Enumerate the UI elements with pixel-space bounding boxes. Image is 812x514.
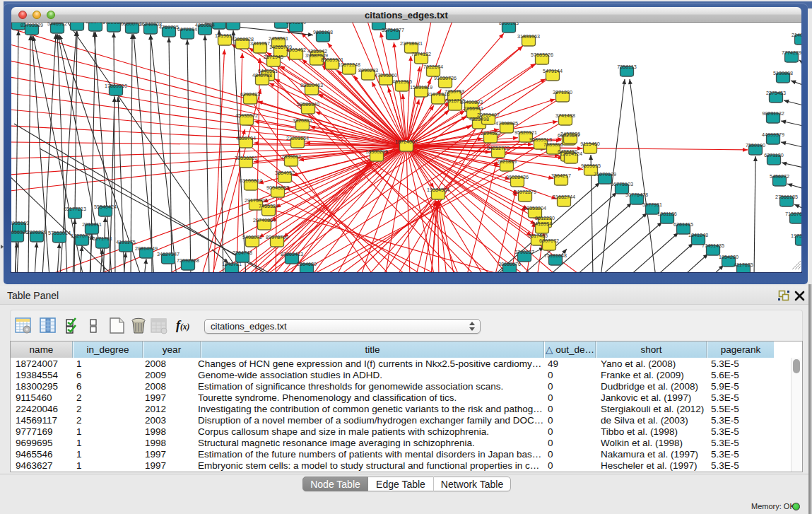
svg-text:2694522: 2694522 (481, 130, 500, 136)
svg-text:44999379: 44999379 (762, 132, 784, 138)
svg-text:20709497: 20709497 (477, 112, 500, 118)
svg-text:3790237: 3790237 (514, 249, 534, 255)
svg-text:84252722: 84252722 (487, 145, 510, 151)
svg-text:4612365: 4612365 (392, 78, 412, 85)
svg-text:7089806: 7089806 (543, 141, 563, 148)
svg-text:9626108: 9626108 (313, 29, 333, 35)
svg-text:89978790: 89978790 (266, 234, 288, 240)
svg-text:6292423: 6292423 (240, 91, 260, 98)
svg-text:72092888: 72092888 (177, 257, 199, 264)
svg-text:10872248: 10872248 (338, 62, 360, 68)
svg-text:17869910: 17869910 (105, 83, 127, 89)
svg-text:5446912: 5446912 (47, 23, 67, 27)
svg-text:38754377: 38754377 (382, 27, 404, 33)
svg-text:2839607: 2839607 (281, 153, 301, 160)
svg-text:47308985: 47308985 (495, 120, 518, 127)
svg-text:31682744: 31682744 (553, 194, 575, 200)
svg-text:7022674: 7022674 (423, 64, 443, 70)
svg-text:1841248: 1841248 (688, 232, 708, 238)
svg-text:71070189: 71070189 (594, 171, 616, 177)
svg-text:24972279: 24972279 (514, 189, 536, 195)
svg-text:12614124: 12614124 (560, 151, 582, 157)
svg-text:27566185: 27566185 (775, 194, 798, 200)
svg-text:7358113: 7358113 (617, 64, 636, 70)
svg-text:87490893: 87490893 (460, 99, 483, 105)
svg-text:35556386: 35556386 (11, 229, 28, 235)
svg-text:88320463: 88320463 (300, 82, 323, 88)
svg-text:9699695: 9699695 (581, 163, 601, 169)
svg-text:2016911: 2016911 (82, 221, 101, 228)
svg-text:5479144: 5479144 (543, 68, 563, 74)
svg-text:22201654: 22201654 (286, 135, 309, 141)
svg-text:2458591: 2458591 (269, 35, 288, 42)
svg-text:8935169: 8935169 (11, 220, 29, 226)
svg-text:7774229: 7774229 (782, 49, 801, 56)
svg-text:19384554: 19384554 (427, 187, 449, 193)
svg-text:5408072: 5408072 (242, 234, 262, 240)
svg-text:7350753: 7350753 (445, 88, 464, 95)
svg-text:38538251: 38538251 (235, 155, 257, 161)
svg-text:6271130: 6271130 (764, 152, 783, 158)
svg-text:2571945: 2571945 (264, 54, 283, 60)
svg-text:91030736: 91030736 (434, 75, 457, 81)
svg-text:4842788: 4842788 (252, 72, 272, 78)
svg-text:1848731: 1848731 (222, 261, 242, 267)
svg-text:3871230: 3871230 (553, 89, 572, 95)
svg-text:2626229: 2626229 (27, 229, 47, 235)
svg-text:66775103: 66775103 (611, 181, 633, 187)
svg-text:2564689: 2564689 (297, 261, 317, 267)
svg-text:2437026: 2437026 (560, 131, 580, 137)
svg-text:55540424: 55540424 (94, 204, 117, 210)
svg-text:5171761: 5171761 (93, 235, 112, 242)
svg-text:5418934: 5418934 (532, 221, 552, 227)
svg-text:2375453: 2375453 (766, 90, 786, 96)
svg-text:7550190: 7550190 (746, 142, 765, 148)
svg-text:8930103: 8930103 (499, 23, 519, 26)
svg-text:4191175: 4191175 (116, 239, 135, 245)
svg-text:9115460: 9115460 (580, 141, 599, 147)
svg-text:90048665: 90048665 (266, 185, 289, 191)
svg-text:58586340: 58586340 (297, 101, 319, 107)
svg-text:4860684: 4860684 (195, 23, 215, 28)
svg-text:31831063: 31831063 (517, 33, 540, 40)
svg-text:18724007: 18724007 (395, 139, 418, 145)
svg-text:30776478: 30776478 (625, 192, 648, 198)
svg-text:47295260: 47295260 (375, 72, 397, 78)
svg-text:18300295: 18300295 (365, 148, 388, 155)
svg-text:7455324: 7455324 (259, 203, 278, 209)
svg-text:3684052: 3684052 (275, 170, 295, 176)
svg-text:4769795: 4769795 (159, 24, 179, 30)
svg-text:4539704: 4539704 (236, 135, 256, 141)
svg-text:23718431: 23718431 (400, 40, 423, 47)
svg-text:1954280: 1954280 (719, 254, 739, 260)
svg-text:75181648: 75181648 (544, 252, 567, 259)
svg-text:2921859: 2921859 (497, 158, 517, 165)
svg-text:4903402: 4903402 (286, 47, 306, 53)
svg-text:28740864: 28740864 (253, 217, 276, 223)
svg-text:4117625: 4117625 (734, 262, 753, 268)
svg-text:6261415: 6261415 (673, 221, 693, 228)
svg-text:2166941: 2166941 (464, 105, 483, 112)
svg-text:57683626: 57683626 (531, 52, 553, 58)
svg-text:15831819: 15831819 (410, 84, 433, 90)
svg-text:45935572: 45935572 (235, 112, 258, 119)
svg-text:5130808: 5130808 (773, 70, 793, 76)
svg-text:63100814: 63100814 (240, 177, 262, 184)
svg-text:5456272: 5456272 (770, 173, 789, 180)
svg-text:7374122: 7374122 (411, 51, 431, 57)
svg-text:19736572: 19736572 (791, 233, 801, 239)
svg-text:2140194: 2140194 (792, 32, 801, 38)
svg-text:5977931: 5977931 (642, 201, 662, 208)
svg-text:2264748: 2264748 (233, 250, 252, 256)
svg-text:65177213: 65177213 (64, 206, 86, 212)
svg-text:98231132: 98231132 (762, 110, 784, 117)
svg-text:1987737: 1987737 (223, 23, 243, 23)
svg-text:38688676: 38688676 (498, 261, 521, 267)
svg-text:1981186: 1981186 (657, 211, 676, 217)
svg-text:3741438: 3741438 (555, 112, 575, 119)
svg-text:77491435: 77491435 (702, 243, 724, 249)
svg-text:5672073: 5672073 (369, 23, 389, 23)
svg-text:3320821: 3320821 (293, 117, 312, 124)
svg-text:3564217: 3564217 (551, 173, 571, 179)
svg-text:57553014: 57553014 (48, 230, 71, 236)
